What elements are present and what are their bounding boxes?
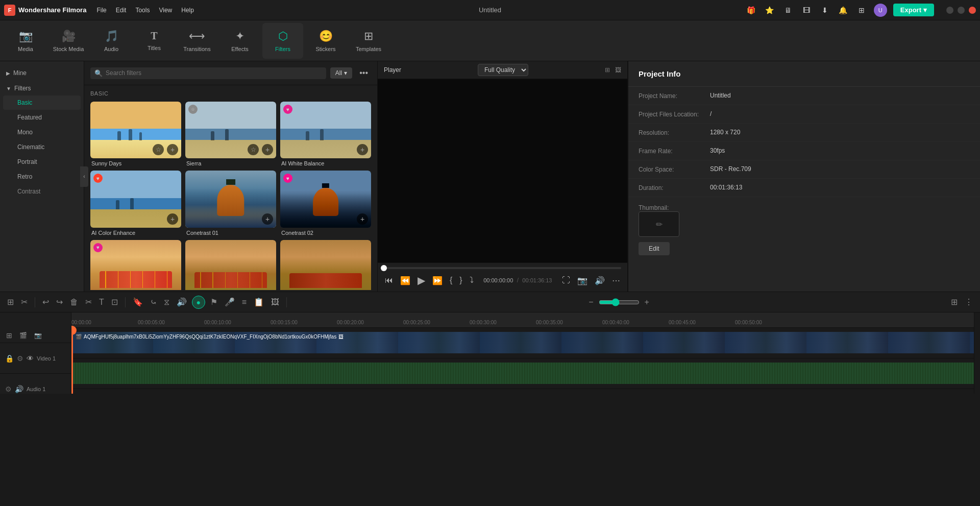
close-button[interactable] <box>969 7 976 14</box>
menu-edit[interactable]: Edit <box>116 7 127 14</box>
more-options-button[interactable]: ••• <box>356 66 371 80</box>
crop-button[interactable]: ✂ <box>19 295 30 309</box>
sidebar-item-featured[interactable]: Featured <box>3 110 81 125</box>
video1-settings-icon[interactable]: ⚙ <box>17 354 23 363</box>
export-dropdown-icon[interactable]: ▾ <box>923 6 927 14</box>
sidebar-item-portrait[interactable]: Portrait <box>3 155 81 169</box>
thumbnail-edit-button[interactable]: Edit <box>639 242 670 255</box>
audio1-mute-icon[interactable]: 🔊 <box>15 385 23 393</box>
mark-in-button[interactable]: { <box>449 275 453 286</box>
filter-card-conetrast-01[interactable]: + Conetrast 01 <box>185 171 276 235</box>
sidebar-mine-header[interactable]: ▶ Mine <box>0 66 84 80</box>
more-timeline-button[interactable]: ⋮ <box>963 295 975 309</box>
timeline-handle[interactable] <box>381 265 387 271</box>
export-button[interactable]: Export ▾ <box>893 4 934 16</box>
zoom-slider[interactable] <box>599 298 640 306</box>
gift-icon[interactable]: 🎁 <box>745 4 757 16</box>
nav-filters[interactable]: ⬡ Filters <box>262 23 303 59</box>
nav-effects[interactable]: ✦ Effects <box>219 23 260 59</box>
volume-button[interactable]: 🔊 <box>594 275 606 286</box>
video-clip[interactable]: 🎬 AQMFgHUf5j8uaplhm7xB0Li5ZiomYyZHF96QsQ… <box>71 332 974 353</box>
video1-track[interactable]: 🎬 AQMFgHUf5j8uaplhm7xB0Li5ZiomYyZHF96QsQ… <box>71 328 974 358</box>
maximize-button[interactable] <box>958 7 965 14</box>
filter-card-8[interactable] <box>185 240 276 291</box>
nav-titles[interactable]: T Titles <box>134 23 175 59</box>
sidebar-collapse-button[interactable]: ‹ <box>80 166 88 187</box>
audio-clip[interactable] <box>71 363 974 384</box>
filter-card-7[interactable]: ♥ <box>90 240 181 291</box>
menu-view[interactable]: View <box>159 7 172 14</box>
filter-card-9[interactable] <box>280 240 371 291</box>
redo-button[interactable]: ↪ <box>54 295 65 309</box>
all-filter-button[interactable]: All ▾ <box>330 67 352 79</box>
filter-card-ai-color-enhance[interactable]: ♥ + AI Color Enhance <box>90 171 181 235</box>
ripple-button[interactable]: ⤿ <box>148 295 159 309</box>
text-button[interactable]: T <box>97 296 106 309</box>
sidebar-item-basic[interactable]: Basic <box>3 95 81 110</box>
ai-color-enhance-add-button[interactable]: + <box>167 213 178 225</box>
grid-icon[interactable]: ⊞ <box>855 4 868 16</box>
frame-back-button[interactable]: ⏪ <box>399 275 411 286</box>
filter-card-sierra[interactable]: ☆ + ☆ Sierra <box>185 102 276 166</box>
notification-icon[interactable]: 🔔 <box>837 4 849 16</box>
audio-button[interactable]: 🔊 <box>175 295 189 309</box>
nav-templates[interactable]: ⊞ Templates <box>348 23 389 59</box>
speed-button[interactable]: ⧖ <box>162 296 172 309</box>
marker-button[interactable]: ⚑ <box>208 295 219 309</box>
filter-card-conetrast-02[interactable]: ♥ + Conetrast 02 <box>280 171 371 235</box>
player-timeline-bar[interactable] <box>384 267 621 269</box>
star-icon[interactable]: ⭐ <box>764 4 776 16</box>
nav-stickers[interactable]: 😊 Stickers <box>305 23 346 59</box>
bookmark-button[interactable]: 🔖 <box>131 295 145 309</box>
user-avatar[interactable]: U <box>874 4 887 17</box>
sidebar-item-retro[interactable]: Retro <box>3 170 81 184</box>
zoom-in-button[interactable]: + <box>643 296 651 309</box>
track-options-button[interactable]: 📷 <box>32 330 44 341</box>
nav-transitions[interactable]: ⟷ Transitions <box>177 23 217 59</box>
skip-button[interactable]: ⤵ <box>469 275 475 286</box>
search-input[interactable] <box>106 69 322 77</box>
sidebar-filters-header[interactable]: ▼ Filters <box>0 82 84 95</box>
nav-stock-media[interactable]: 🎥 Stock Media <box>48 23 89 59</box>
play-button[interactable]: ▶ <box>416 273 426 287</box>
zoom-out-button[interactable]: − <box>586 296 595 309</box>
crop2-button[interactable]: ⊡ <box>109 295 120 309</box>
audio1-settings-icon[interactable]: ⚙ <box>5 385 12 393</box>
video1-eye-icon[interactable]: 👁 <box>27 354 34 363</box>
nav-media[interactable]: 📷 Media <box>5 23 46 59</box>
film-icon[interactable]: 🎞 <box>800 4 813 16</box>
download-icon[interactable]: ⬇ <box>819 4 831 16</box>
filter-card-sunny-days[interactable]: + ☆ Sunny Days <box>90 102 181 166</box>
audio1-track[interactable] <box>71 358 974 389</box>
mark-out-button[interactable]: } <box>458 275 463 286</box>
go-start-button[interactable]: ⏮ <box>384 275 394 286</box>
sidebar-item-cinematic[interactable]: Cinematic <box>3 140 81 154</box>
nav-audio[interactable]: 🎵 Audio <box>91 23 132 59</box>
menu-help[interactable]: Help <box>181 7 194 14</box>
track-settings-button[interactable]: 🎬 <box>17 330 29 341</box>
cut-button[interactable]: ✂ <box>83 295 94 309</box>
fullscreen-button[interactable]: ⛶ <box>561 275 571 286</box>
undo-button[interactable]: ↩ <box>40 295 51 309</box>
quality-select[interactable]: Full Quality 1/2 Quality 1/4 Quality <box>478 64 528 76</box>
add-track-button[interactable]: ⊞ <box>4 329 14 342</box>
screenshot-button[interactable]: 📷 <box>576 275 589 286</box>
conetrast-02-add-button[interactable]: + <box>357 213 368 225</box>
menu-file[interactable]: File <box>96 7 106 14</box>
clip-info-button[interactable]: 📋 <box>252 295 266 309</box>
minimize-button[interactable] <box>946 7 953 14</box>
center-play-button[interactable]: ● <box>192 296 205 309</box>
delete-button[interactable]: 🗑 <box>68 296 80 309</box>
player-photo-icon[interactable]: 🖼 <box>615 66 621 74</box>
more-controls-button[interactable]: ⋯ <box>611 275 621 286</box>
picture-button[interactable]: 🖼 <box>269 296 281 309</box>
player-grid-icon[interactable]: ⊞ <box>605 66 610 74</box>
sidebar-item-contrast[interactable]: Contrast <box>3 184 81 199</box>
frame-forward-button[interactable]: ⏩ <box>431 275 444 286</box>
conetrast-01-add-button[interactable]: + <box>262 213 273 225</box>
menu-tools[interactable]: Tools <box>135 7 150 14</box>
split-button[interactable]: ⊞ <box>5 295 16 309</box>
subtitle-button[interactable]: ≡ <box>240 296 249 309</box>
vertical-scrollbar[interactable] <box>974 312 980 394</box>
monitor-icon[interactable]: 🖥 <box>782 4 794 16</box>
